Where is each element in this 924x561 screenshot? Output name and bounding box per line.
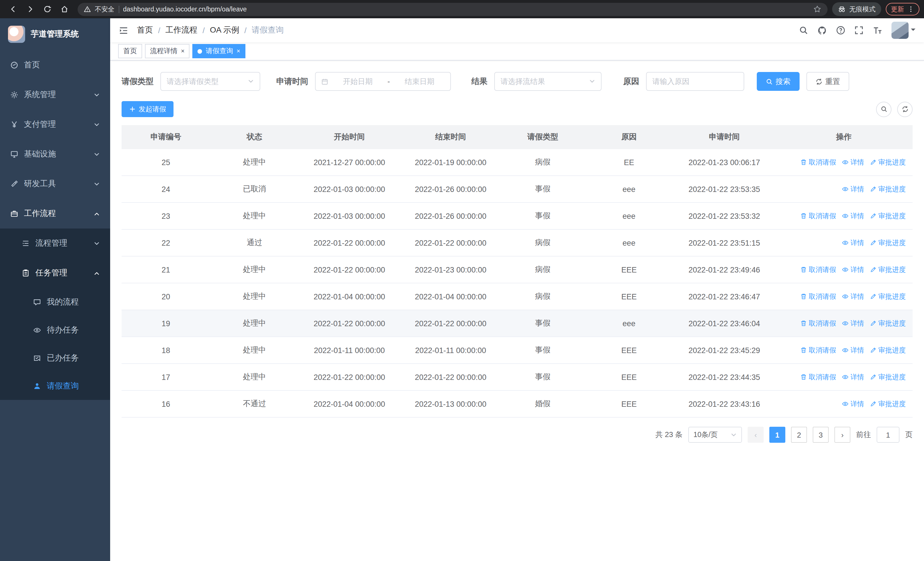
table-row[interactable]: 19 处理中 2022-01-22 00:00:00 2022-01-22 00… — [122, 310, 913, 337]
close-icon[interactable]: × — [181, 48, 184, 54]
table-row[interactable]: 24 已取消 2022-01-03 00:00:00 2022-01-26 00… — [122, 176, 913, 203]
table-row[interactable]: 20 处理中 2022-01-04 00:00:00 2022-01-04 00… — [122, 283, 913, 310]
approval-progress-link[interactable]: 审批进度 — [870, 184, 906, 194]
close-icon[interactable]: × — [237, 48, 240, 54]
fullscreen-icon[interactable] — [854, 26, 864, 35]
sidebar-item-done-tasks[interactable]: 已办任务 — [0, 344, 110, 372]
detail-link[interactable]: 详情 — [842, 265, 864, 275]
table-row[interactable]: 18 处理中 2022-01-11 00:00:00 2022-01-11 00… — [122, 337, 913, 364]
detail-link[interactable]: 详情 — [842, 345, 864, 355]
leave-type-select[interactable]: 请选择请假类型 — [160, 72, 260, 91]
refresh-table-button[interactable] — [897, 101, 913, 117]
tab-home[interactable]: 首页 — [118, 44, 142, 58]
browser-home-button[interactable] — [57, 2, 72, 17]
cancel-leave-link[interactable]: 取消请假 — [800, 265, 836, 275]
prev-page-button[interactable]: ‹ — [748, 427, 764, 443]
search-button[interactable]: 搜索 — [757, 72, 800, 91]
result-select[interactable]: 请选择流结果 — [494, 72, 602, 91]
trash-icon — [800, 159, 807, 165]
chevron-up-icon — [94, 211, 100, 217]
apply-time-range-picker[interactable]: 开始日期 - 结束日期 — [315, 72, 451, 91]
approval-progress-link[interactable]: 审批进度 — [870, 157, 906, 167]
reset-button[interactable]: 重置 — [806, 72, 849, 91]
app-logo[interactable]: 芋道管理系统 — [0, 18, 110, 50]
tab-leave-query[interactable]: 请假查询 × — [193, 44, 245, 58]
bookmark-star-icon[interactable] — [813, 5, 821, 13]
github-icon[interactable] — [817, 26, 827, 35]
font-size-icon[interactable] — [873, 26, 882, 35]
sidebar-item-my-processes[interactable]: 我的流程 — [0, 288, 110, 316]
update-label: 更新 — [891, 5, 904, 14]
browser-forward-button[interactable] — [23, 2, 38, 17]
next-page-button[interactable]: › — [834, 427, 850, 443]
approval-progress-link[interactable]: 审批进度 — [870, 211, 906, 221]
cancel-leave-link[interactable]: 取消请假 — [800, 319, 836, 328]
help-icon[interactable] — [836, 26, 845, 35]
sidebar-item-infrastructure[interactable]: 基础设施 — [0, 139, 110, 169]
cancel-leave-link[interactable]: 取消请假 — [800, 157, 836, 167]
breadcrumb-workflow[interactable]: 工作流程 — [165, 25, 198, 35]
table-row[interactable]: 21 处理中 2022-01-22 00:00:00 2022-01-23 00… — [122, 257, 913, 283]
sidebar-item-home[interactable]: 首页 — [0, 50, 110, 80]
tab-label: 请假查询 — [206, 46, 233, 56]
approval-progress-link[interactable]: 审批进度 — [870, 238, 906, 248]
sidebar-item-process-management[interactable]: 流程管理 — [0, 229, 110, 258]
approval-progress-link[interactable]: 审批进度 — [870, 399, 906, 409]
detail-link[interactable]: 详情 — [842, 184, 864, 194]
table-row[interactable]: 25 处理中 2021-12-27 00:00:00 2022-01-19 00… — [122, 149, 913, 176]
goto-page-input[interactable] — [877, 427, 900, 443]
table-row[interactable]: 23 处理中 2022-01-03 00:00:00 2022-01-26 00… — [122, 203, 913, 230]
detail-link[interactable]: 详情 — [842, 399, 864, 409]
address-bar[interactable]: 不安全 dashboard.yudao.iocoder.cn/bpm/oa/le… — [78, 3, 828, 16]
browser-update-menu-button[interactable]: 更新 — [886, 3, 920, 15]
sidebar-item-label: 我的流程 — [47, 297, 79, 307]
approval-progress-link[interactable]: 审批进度 — [870, 319, 906, 328]
detail-link[interactable]: 详情 — [842, 238, 864, 248]
detail-link[interactable]: 详情 — [842, 319, 864, 328]
page-button-1[interactable]: 1 — [770, 427, 785, 443]
detail-link[interactable]: 详情 — [842, 292, 864, 301]
cell-reason: eee — [584, 212, 674, 220]
sidebar-item-todo-tasks[interactable]: 待办任务 — [0, 316, 110, 344]
sidebar-item-system-management[interactable]: 系统管理 — [0, 80, 110, 110]
cancel-leave-link[interactable]: 取消请假 — [800, 292, 836, 301]
approval-progress-link[interactable]: 审批进度 — [870, 345, 906, 355]
approval-progress-label: 审批进度 — [878, 211, 906, 221]
breadcrumb-home[interactable]: 首页 — [137, 25, 153, 35]
tab-process-detail[interactable]: 流程详情 × — [145, 44, 190, 58]
browser-back-button[interactable] — [6, 2, 21, 17]
table-row[interactable]: 16 不通过 2022-01-04 00:00:00 2022-01-13 00… — [122, 391, 913, 418]
cancel-leave-link[interactable]: 取消请假 — [800, 211, 836, 221]
user-menu[interactable] — [891, 22, 915, 39]
eye-icon — [842, 293, 849, 300]
sidebar-item-dev-tools[interactable]: 研发工具 — [0, 169, 110, 199]
create-leave-button[interactable]: 发起请假 — [122, 101, 174, 117]
sidebar-toggle-button[interactable] — [119, 26, 128, 35]
plus-icon — [129, 106, 136, 113]
browser-reload-button[interactable] — [40, 2, 55, 17]
approval-progress-link[interactable]: 审批进度 — [870, 292, 906, 301]
sidebar-item-task-management[interactable]: 任务管理 — [0, 258, 110, 288]
approval-progress-label: 审批进度 — [878, 292, 906, 301]
table-row[interactable]: 17 处理中 2022-01-22 00:00:00 2022-01-22 00… — [122, 364, 913, 391]
search-icon[interactable] — [799, 26, 808, 35]
detail-link[interactable]: 详情 — [842, 372, 864, 382]
sidebar-item-payment-management[interactable]: 支付管理 — [0, 110, 110, 139]
approval-progress-link[interactable]: 审批进度 — [870, 372, 906, 382]
detail-link[interactable]: 详情 — [842, 157, 864, 167]
page-size-select[interactable]: 10条/页 — [688, 427, 742, 443]
cancel-leave-link[interactable]: 取消请假 — [800, 372, 836, 382]
approval-progress-link[interactable]: 审批进度 — [870, 265, 906, 275]
page-button-2[interactable]: 2 — [791, 427, 807, 443]
breadcrumb-oa-example[interactable]: OA 示例 — [210, 25, 239, 35]
cell-id: 24 — [122, 185, 210, 193]
trash-icon — [800, 212, 807, 220]
table-row[interactable]: 22 通过 2022-01-22 00:00:00 2022-01-22 00:… — [122, 230, 913, 257]
toggle-search-button[interactable] — [876, 101, 891, 117]
sidebar-item-leave-query[interactable]: 请假查询 — [0, 372, 110, 400]
page-button-3[interactable]: 3 — [813, 427, 829, 443]
reason-input[interactable] — [652, 77, 738, 86]
sidebar-item-workflow[interactable]: 工作流程 — [0, 199, 110, 229]
cancel-leave-link[interactable]: 取消请假 — [800, 345, 836, 355]
detail-link[interactable]: 详情 — [842, 211, 864, 221]
